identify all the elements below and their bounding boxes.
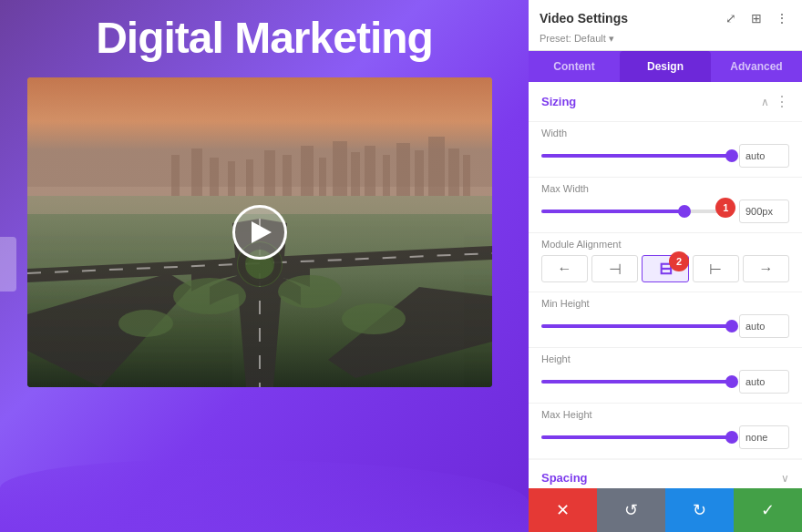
- height-slider-fill: [541, 380, 732, 384]
- spacing-section: Spacing ∨: [529, 460, 802, 488]
- tabs: Content Design Advanced: [529, 51, 802, 82]
- max-height-label: Max Height: [541, 409, 789, 420]
- spacing-section-header[interactable]: Spacing ∨: [529, 460, 802, 488]
- max-height-input[interactable]: [739, 425, 789, 449]
- preset-label: Preset: Default ▾: [540, 33, 614, 44]
- page-background: Digital Marketing: [0, 0, 529, 532]
- align-left-button[interactable]: ←: [541, 255, 588, 282]
- sizing-title: Sizing: [541, 95, 576, 108]
- page-title: Digital Marketing: [0, 0, 529, 60]
- sizing-section-header[interactable]: Sizing ∧ ⋮: [529, 82, 802, 121]
- max-width-row: Max Width 1: [529, 177, 802, 232]
- cancel-icon: ✕: [556, 500, 570, 520]
- section-controls: ∧ ⋮: [761, 93, 789, 110]
- preset-row[interactable]: Preset: Default ▾: [540, 33, 791, 45]
- height-row: Height: [529, 347, 802, 403]
- panel-title: Video Settings: [540, 11, 628, 26]
- left-accent: [0, 237, 16, 292]
- redo-button[interactable]: ↻: [665, 488, 734, 532]
- max-width-slider-thumb[interactable]: [678, 205, 691, 218]
- width-slider-track[interactable]: [541, 154, 732, 158]
- min-height-row: Min Height: [529, 292, 802, 347]
- height-slider-track[interactable]: [541, 380, 732, 384]
- undo-icon: ↺: [624, 500, 638, 520]
- height-label: Height: [541, 353, 789, 364]
- alignment-buttons: ← ⊣ ⊟ ⊢ →: [541, 255, 789, 282]
- spacing-title: Spacing: [541, 471, 588, 485]
- height-slider-container: [541, 370, 789, 394]
- max-width-label: Max Width: [541, 183, 789, 194]
- step-badge-2: 2: [669, 251, 689, 271]
- bottom-toolbar: ✕ ↺ ↻ ✓: [529, 488, 802, 532]
- max-width-slider-fill: [541, 210, 684, 213]
- max-height-slider-container: [541, 425, 789, 449]
- module-alignment-row: Module Alignment ← ⊣ ⊟ ⊢ → 2: [529, 232, 802, 292]
- expand-icon[interactable]: ⤢: [722, 9, 740, 27]
- max-width-input[interactable]: [739, 200, 789, 223]
- min-height-slider-thumb[interactable]: [725, 320, 738, 332]
- max-width-slider-track[interactable]: [541, 210, 732, 213]
- chevron-up-icon[interactable]: ∧: [761, 96, 769, 108]
- max-height-slider-fill: [541, 435, 732, 439]
- columns-icon[interactable]: ⊞: [747, 9, 766, 27]
- spacing-chevron-icon[interactable]: ∨: [781, 472, 789, 485]
- width-input[interactable]: [739, 144, 789, 168]
- purple-wave: [0, 459, 529, 532]
- more-icon[interactable]: ⋮: [773, 9, 791, 27]
- tab-content[interactable]: Content: [529, 51, 620, 82]
- height-slider-thumb[interactable]: [725, 375, 738, 388]
- undo-button[interactable]: ↺: [597, 488, 665, 532]
- save-icon: ✓: [761, 500, 775, 520]
- save-button[interactable]: ✓: [734, 488, 802, 532]
- min-height-input[interactable]: [739, 314, 789, 338]
- spacing-controls: ∨: [781, 472, 789, 485]
- cancel-button[interactable]: ✕: [529, 488, 597, 532]
- redo-icon: ↻: [693, 500, 706, 520]
- align-right-button[interactable]: →: [743, 255, 789, 282]
- panel-header-top: Video Settings ⤢ ⊞ ⋮: [540, 9, 791, 27]
- settings-panel: Video Settings ⤢ ⊞ ⋮ Preset: Default ▾ C…: [529, 0, 802, 532]
- width-slider-container: [541, 144, 789, 168]
- min-height-label: Min Height: [541, 298, 789, 309]
- section-menu-icon[interactable]: ⋮: [775, 93, 789, 110]
- width-row: Width: [529, 121, 802, 177]
- panel-body: Sizing ∧ ⋮ Width Max Widt: [529, 82, 802, 488]
- min-height-slider-fill: [541, 324, 732, 328]
- align-left-justify-button[interactable]: ⊣: [591, 255, 638, 282]
- sizing-section: Sizing ∧ ⋮ Width Max Widt: [529, 82, 802, 458]
- max-height-slider-track[interactable]: [541, 435, 732, 439]
- max-height-slider-thumb[interactable]: [725, 431, 738, 444]
- min-height-slider-track[interactable]: [541, 324, 732, 328]
- align-right-justify-button[interactable]: ⊢: [693, 255, 739, 282]
- min-height-slider-container: [541, 314, 789, 338]
- tab-design[interactable]: Design: [620, 51, 711, 82]
- max-height-row: Max Height: [529, 403, 802, 458]
- panel-icon-group: ⤢ ⊞ ⋮: [722, 9, 791, 27]
- tab-advanced[interactable]: Advanced: [711, 51, 802, 82]
- play-icon: [252, 221, 272, 243]
- width-slider-fill: [541, 154, 732, 158]
- max-width-slider-container: [541, 200, 789, 223]
- height-input[interactable]: [739, 370, 789, 394]
- width-label: Width: [541, 128, 789, 138]
- play-button[interactable]: [232, 205, 287, 260]
- module-alignment-label: Module Alignment: [541, 239, 789, 250]
- panel-header: Video Settings ⤢ ⊞ ⋮ Preset: Default ▾: [529, 0, 802, 51]
- video-container[interactable]: [27, 77, 492, 387]
- width-slider-thumb[interactable]: [725, 149, 738, 162]
